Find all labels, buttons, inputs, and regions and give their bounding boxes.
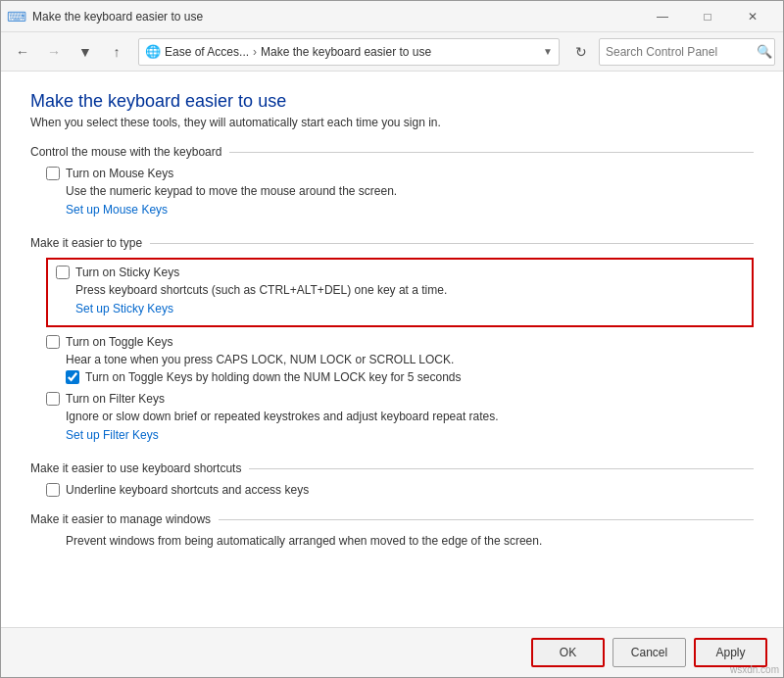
window-title: Make the keyboard easier to use [32,10,640,24]
minimize-button[interactable]: — [640,1,685,32]
cancel-button[interactable]: Cancel [612,638,686,667]
footer: OK Cancel Apply [1,627,783,677]
section-type-header: Make it easier to type [30,236,754,250]
close-button[interactable]: ✕ [730,1,775,32]
section-mouse-header: Control the mouse with the keyboard [30,145,754,159]
page-subtitle: When you select these tools, they will a… [30,116,754,129]
watermark: wsxdn.com [730,664,779,675]
breadcrumb2: Make the keyboard easier to use [261,45,431,59]
search-icon: 🔍 [757,44,772,59]
filter-keys-checkbox[interactable] [46,392,60,406]
section-mouse-content: Turn on Mouse Keys Use the numeric keypa… [30,167,754,220]
mouse-keys-label[interactable]: Turn on Mouse Keys [66,167,173,180]
maximize-button[interactable]: □ [685,1,730,32]
apply-button[interactable]: Apply [694,638,767,667]
toggle-keys-desc: Hear a tone when you press CAPS LOCK, NU… [46,353,754,366]
search-bar: 🔍 [599,38,775,66]
address-dropdown-icon[interactable]: ▼ [543,46,553,57]
section-windows-content: Prevent windows from being automatically… [30,534,754,548]
mouse-keys-desc: Use the numeric keypad to move the mouse… [46,184,754,198]
section-windows: Make it easier to manage windows Prevent… [30,512,754,548]
underline-checkbox[interactable] [46,483,60,497]
section-shortcuts-header: Make it easier to use keyboard shortcuts [30,461,754,475]
toggle-keys-sub-checkbox[interactable] [66,370,79,384]
toggle-keys-row: Turn on Toggle Keys [46,335,754,349]
mouse-keys-checkbox[interactable] [46,167,60,180]
mouse-keys-row: Turn on Mouse Keys [46,167,754,180]
nav-bar: ← → ▼ ↑ 🌐 Ease of Acces... › Make the ke… [1,32,783,72]
up-button[interactable]: ↑ [103,38,130,66]
section-shortcuts-content: Underline keyboard shortcuts and access … [30,483,754,497]
filter-keys-row: Turn on Filter Keys [46,392,754,406]
toggle-keys-label[interactable]: Turn on Toggle Keys [66,335,172,349]
refresh-button[interactable]: ↻ [567,38,595,66]
address-icon: 🌐 [145,44,161,59]
sticky-keys-label[interactable]: Turn on Sticky Keys [75,266,179,279]
section-shortcuts: Make it easier to use keyboard shortcuts… [30,461,754,497]
forward-button[interactable]: → [40,38,68,66]
search-input[interactable] [606,45,753,59]
ok-button[interactable]: OK [531,638,605,667]
window-controls: — □ ✕ [640,1,775,32]
sticky-keys-checkbox[interactable] [56,266,70,279]
section-type: Make it easier to type Turn on Sticky Ke… [30,236,754,446]
windows-partial-text: Prevent windows from being automatically… [46,534,754,548]
section-type-content: Turn on Sticky Keys Press keyboard short… [30,258,754,446]
title-bar: ⌨ Make the keyboard easier to use — □ ✕ [1,1,783,32]
filter-keys-link[interactable]: Set up Filter Keys [46,428,159,442]
page-title: Make the keyboard easier to use [30,91,754,112]
underline-label[interactable]: Underline keyboard shortcuts and access … [66,483,309,497]
section-windows-header: Make it easier to manage windows [30,512,754,526]
sticky-keys-highlight: Turn on Sticky Keys Press keyboard short… [46,258,754,327]
dropdown-button[interactable]: ▼ [72,38,99,66]
filter-keys-desc: Ignore or slow down brief or repeated ke… [46,410,754,423]
app-icon: ⌨ [9,9,24,24]
address-bar: 🌐 Ease of Acces... › Make the keyboard e… [138,38,560,66]
sticky-keys-row: Turn on Sticky Keys [56,266,744,279]
toggle-keys-sub-row: Turn on Toggle Keys by holding down the … [46,370,754,384]
underline-row: Underline keyboard shortcuts and access … [46,483,754,497]
main-window: ⌨ Make the keyboard easier to use — □ ✕ … [0,0,784,678]
sticky-keys-desc: Press keyboard shortcuts (such as CTRL+A… [56,283,744,297]
mouse-keys-link[interactable]: Set up Mouse Keys [46,203,168,217]
filter-keys-label[interactable]: Turn on Filter Keys [66,392,165,406]
address-separator: › [253,45,257,59]
toggle-keys-checkbox[interactable] [46,335,60,349]
toggle-keys-sub-label[interactable]: Turn on Toggle Keys by holding down the … [85,370,462,384]
breadcrumb1: Ease of Acces... [165,45,249,59]
section-mouse: Control the mouse with the keyboard Turn… [30,145,754,220]
back-button[interactable]: ← [9,38,36,66]
main-content: Make the keyboard easier to use When you… [1,72,783,627]
sticky-keys-link[interactable]: Set up Sticky Keys [56,302,173,315]
